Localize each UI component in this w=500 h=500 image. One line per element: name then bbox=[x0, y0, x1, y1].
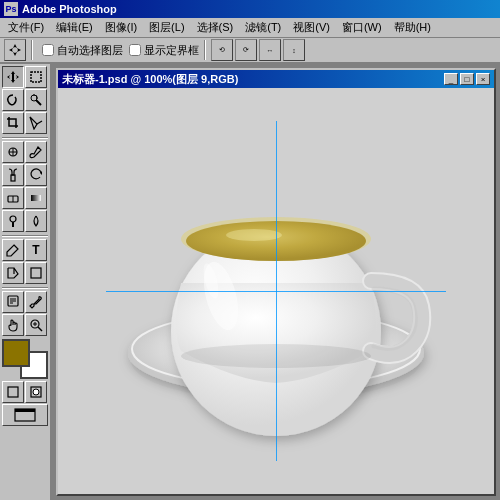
tool-pen[interactable] bbox=[2, 239, 24, 261]
tool-healing[interactable] bbox=[2, 141, 24, 163]
doc-minimize-btn[interactable]: _ bbox=[444, 73, 458, 85]
transform-btn-3[interactable]: ↔ bbox=[259, 39, 281, 61]
tool-marquee-rect[interactable] bbox=[25, 66, 47, 88]
tool-dodge[interactable] bbox=[2, 210, 24, 232]
tool-eraser[interactable] bbox=[2, 187, 24, 209]
menu-image[interactable]: 图像(I) bbox=[99, 18, 143, 37]
menu-help[interactable]: 帮助(H) bbox=[388, 18, 437, 37]
show-bounds-checkbox-label[interactable]: 显示定界框 bbox=[129, 43, 199, 58]
tool-path-select[interactable] bbox=[2, 262, 24, 284]
document-window: 未标器-1.psd @ 100%(图层 9,RGB) _ □ × bbox=[56, 68, 496, 496]
svg-rect-26 bbox=[8, 387, 18, 397]
svg-rect-1 bbox=[31, 72, 41, 82]
tool-row-9 bbox=[2, 262, 48, 284]
tool-row-3 bbox=[2, 112, 48, 134]
tool-crop[interactable] bbox=[2, 112, 24, 134]
color-swatches bbox=[2, 339, 48, 379]
toolbar-sep-1 bbox=[31, 40, 33, 60]
tea-cup-image bbox=[106, 121, 446, 461]
svg-point-38 bbox=[186, 221, 366, 261]
transform-btn-4[interactable]: ↕ bbox=[283, 39, 305, 61]
tool-panel: T bbox=[0, 64, 52, 500]
canvas-content bbox=[58, 88, 494, 494]
menu-window[interactable]: 窗口(W) bbox=[336, 18, 388, 37]
tool-sep-3 bbox=[2, 287, 48, 289]
tool-blur[interactable] bbox=[25, 210, 47, 232]
svg-point-15 bbox=[10, 216, 16, 222]
transform-btn-2[interactable]: ⟳ bbox=[235, 39, 257, 61]
tool-history-brush[interactable] bbox=[25, 164, 47, 186]
quickmask-mode-btn[interactable] bbox=[25, 381, 47, 403]
tool-gradient[interactable] bbox=[25, 187, 47, 209]
svg-rect-14 bbox=[31, 195, 41, 201]
tool-shape[interactable] bbox=[25, 262, 47, 284]
tool-row-screenmode bbox=[2, 404, 48, 426]
svg-line-23 bbox=[38, 327, 42, 331]
app-title: Adobe Photoshop bbox=[22, 3, 117, 15]
tool-row-11 bbox=[2, 314, 48, 336]
tool-eyedropper[interactable] bbox=[25, 291, 47, 313]
svg-line-6 bbox=[36, 95, 38, 97]
show-bounds-checkbox[interactable] bbox=[129, 44, 141, 56]
tool-row-4 bbox=[2, 141, 48, 163]
options-toolbar: 自动选择图层 显示定界框 ⟲ ⟳ ↔ ↕ bbox=[0, 38, 500, 64]
tool-row-5 bbox=[2, 164, 48, 186]
tool-row-7 bbox=[2, 210, 48, 232]
tool-lasso[interactable] bbox=[2, 89, 24, 111]
menu-view[interactable]: 视图(V) bbox=[287, 18, 336, 37]
tool-row-10 bbox=[2, 291, 48, 313]
tool-stamp[interactable] bbox=[2, 164, 24, 186]
tool-slice[interactable] bbox=[25, 112, 47, 134]
canvas-area: 未标器-1.psd @ 100%(图层 9,RGB) _ □ × bbox=[52, 64, 500, 500]
tool-hand[interactable] bbox=[2, 314, 24, 336]
svg-point-39 bbox=[226, 229, 282, 241]
document-window-controls: _ □ × bbox=[444, 73, 490, 85]
svg-rect-11 bbox=[11, 175, 15, 181]
tool-row-2 bbox=[2, 89, 48, 111]
svg-point-40 bbox=[181, 344, 371, 368]
tool-move[interactable] bbox=[2, 66, 24, 88]
doc-close-btn[interactable]: × bbox=[476, 73, 490, 85]
menu-bar: 文件(F) 编辑(E) 图像(I) 图层(L) 选择(S) 滤镜(T) 视图(V… bbox=[0, 18, 500, 38]
app-icon: Ps bbox=[4, 2, 18, 16]
tool-row-1 bbox=[2, 66, 48, 88]
toolbar-sep-2 bbox=[204, 40, 206, 60]
tool-zoom[interactable] bbox=[25, 314, 47, 336]
menu-select[interactable]: 选择(S) bbox=[191, 18, 240, 37]
menu-file[interactable]: 文件(F) bbox=[2, 18, 50, 37]
toolbar-move-btn[interactable] bbox=[4, 39, 26, 61]
svg-rect-30 bbox=[15, 409, 35, 412]
tool-magic-wand[interactable] bbox=[25, 89, 47, 111]
screen-mode-btn-1[interactable] bbox=[2, 404, 48, 426]
doc-maximize-btn[interactable]: □ bbox=[460, 73, 474, 85]
document-title: 未标器-1.psd @ 100%(图层 9,RGB) bbox=[62, 72, 238, 87]
tool-row-6 bbox=[2, 187, 48, 209]
foreground-color-swatch[interactable] bbox=[2, 339, 30, 367]
tool-type[interactable]: T bbox=[25, 239, 47, 261]
svg-line-2 bbox=[36, 100, 41, 105]
tool-sep-2 bbox=[2, 235, 48, 237]
menu-layer[interactable]: 图层(L) bbox=[143, 18, 190, 37]
tool-notes[interactable] bbox=[2, 291, 24, 313]
tool-row-quickmask bbox=[2, 381, 48, 403]
transform-btn-1[interactable]: ⟲ bbox=[211, 39, 233, 61]
auto-select-checkbox[interactable] bbox=[42, 44, 54, 56]
svg-marker-0 bbox=[9, 44, 21, 56]
tool-sep-1 bbox=[2, 137, 48, 139]
standard-mode-btn[interactable] bbox=[2, 381, 24, 403]
auto-select-checkbox-label[interactable]: 自动选择图层 bbox=[42, 43, 123, 58]
svg-point-28 bbox=[33, 389, 39, 395]
main-area: T bbox=[0, 64, 500, 500]
document-title-bar: 未标器-1.psd @ 100%(图层 9,RGB) _ □ × bbox=[58, 70, 494, 88]
app-title-bar: Ps Adobe Photoshop bbox=[0, 0, 500, 18]
menu-edit[interactable]: 编辑(E) bbox=[50, 18, 99, 37]
tool-brush[interactable] bbox=[25, 141, 47, 163]
svg-rect-17 bbox=[31, 268, 41, 278]
tool-row-8: T bbox=[2, 239, 48, 261]
menu-filter[interactable]: 滤镜(T) bbox=[239, 18, 287, 37]
svg-line-7 bbox=[37, 121, 42, 124]
